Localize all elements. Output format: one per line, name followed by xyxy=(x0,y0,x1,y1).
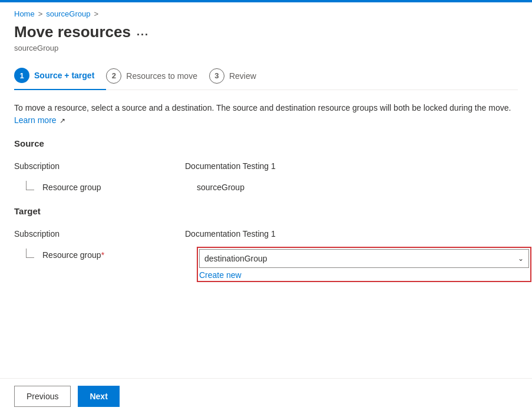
source-header: Source xyxy=(14,138,518,148)
target-section: Target Subscription Documentation Testin… xyxy=(14,206,518,282)
step-1-circle: 1 xyxy=(14,68,29,83)
target-resource-group-row: Resource group* destinationGroup ⌄ Creat… xyxy=(14,247,518,282)
previous-button[interactable]: Previous xyxy=(14,386,71,407)
wizard-steps: 1 Source + target 2 Resources to move 3 … xyxy=(14,62,518,90)
step-2-circle: 2 xyxy=(106,68,121,84)
target-subscription-value: Documentation Testing 1 xyxy=(185,226,276,239)
required-star: * xyxy=(101,250,104,260)
target-subscription-row: Subscription Documentation Testing 1 xyxy=(14,226,518,239)
create-new-link[interactable]: Create new xyxy=(199,270,529,280)
breadcrumb-home[interactable]: Home xyxy=(14,9,35,18)
description: To move a resource, select a source and … xyxy=(14,102,518,127)
source-section: Source Subscription Documentation Testin… xyxy=(14,138,518,192)
target-tree-line xyxy=(26,249,34,258)
chevron-down-icon: ⌄ xyxy=(518,254,524,263)
external-link-icon: ↗ xyxy=(60,117,65,125)
source-subscription-row: Subscription Documentation Testing 1 xyxy=(14,158,518,171)
resource-group-dropdown-wrapper: destinationGroup ⌄ Create new xyxy=(199,249,529,280)
target-resource-group-label: Resource group* xyxy=(42,250,104,260)
step-3[interactable]: 3 Review xyxy=(209,62,268,90)
source-subscription-label: Subscription xyxy=(14,158,185,171)
source-subscription-value: Documentation Testing 1 xyxy=(185,158,276,171)
page-title-row: Move resources ... xyxy=(14,23,518,41)
step-1[interactable]: 1 Source + target xyxy=(14,62,106,90)
source-tree-line xyxy=(26,181,34,190)
resource-group-dropdown[interactable]: destinationGroup ⌄ xyxy=(199,249,529,268)
target-header: Target xyxy=(14,206,518,216)
step-1-label: Source + target xyxy=(34,71,94,80)
next-button[interactable]: Next xyxy=(78,386,119,407)
breadcrumb-sep2: > xyxy=(94,9,98,18)
source-resource-group-label: Resource group xyxy=(42,183,101,192)
resource-group-dropdown-highlight: destinationGroup ⌄ Create new xyxy=(197,247,531,282)
description-text: To move a resource, select a source and … xyxy=(14,103,511,112)
source-resource-group-label-wrapper: Resource group xyxy=(26,179,197,192)
breadcrumb-sep1: > xyxy=(38,9,43,18)
target-subscription-label: Subscription xyxy=(14,226,185,239)
learn-more-link[interactable]: Learn more xyxy=(14,115,57,125)
step-2[interactable]: 2 Resources to move xyxy=(106,62,209,90)
source-resource-group-value: sourceGroup xyxy=(197,179,244,192)
target-resource-group-label-wrapper: Resource group* xyxy=(26,247,197,260)
page-subtitle: sourceGroup xyxy=(14,44,518,52)
breadcrumb-source-group[interactable]: sourceGroup xyxy=(46,9,90,18)
breadcrumb: Home > sourceGroup > xyxy=(14,9,518,18)
resource-group-dropdown-value: destinationGroup xyxy=(204,254,518,263)
source-resource-group-row: Resource group sourceGroup xyxy=(14,179,518,192)
step-3-circle: 3 xyxy=(209,68,224,84)
step-3-label: Review xyxy=(229,71,256,81)
footer: Previous Next xyxy=(0,378,532,414)
page-title-text: Move resources xyxy=(14,23,131,41)
step-2-label: Resources to move xyxy=(126,71,197,81)
ellipsis-menu[interactable]: ... xyxy=(137,26,149,38)
